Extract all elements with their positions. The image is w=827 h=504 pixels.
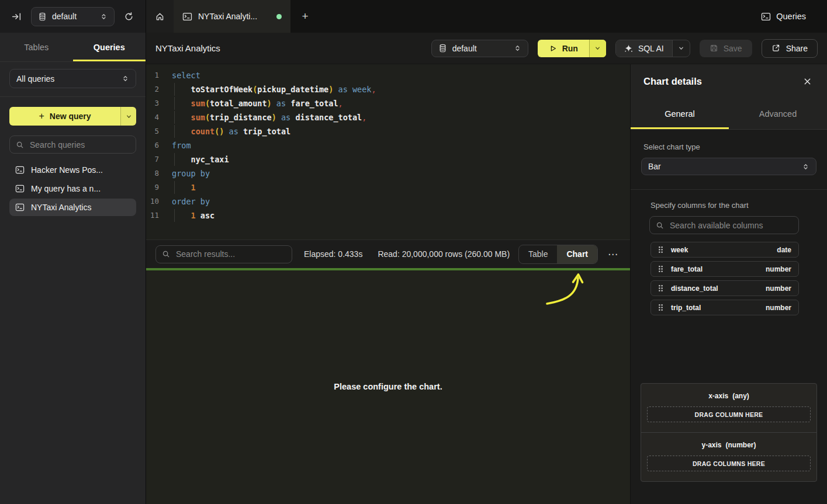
new-query-section: + New query <box>0 97 146 126</box>
results-search[interactable] <box>155 245 292 263</box>
column-row-fare_total[interactable]: fare_totalnumber <box>650 261 799 277</box>
line-number: 8 <box>146 166 168 180</box>
refresh-icon <box>124 12 134 22</box>
axes-config-box: x-axis(any) DRAG COLUMN HERE y-axis(numb… <box>641 383 817 482</box>
column-row-distance_total[interactable]: distance_totalnumber <box>650 280 799 296</box>
code-text: 1 asc <box>168 208 214 223</box>
x-axis-dropzone[interactable]: DRAG COLUMN HERE <box>647 406 811 422</box>
column-type: date <box>777 246 791 254</box>
query-list-item[interactable]: Hacker News Pos... <box>9 161 136 179</box>
new-tab-button[interactable]: + <box>290 0 320 33</box>
run-button[interactable]: Run <box>538 40 606 57</box>
chart-panel-body: Select chart type Bar Specify columns fo… <box>631 130 827 504</box>
home-button[interactable] <box>146 0 174 33</box>
sql-editor[interactable]: 1select2 toStartOfWeek(pickup_datetime) … <box>146 64 630 239</box>
line-number: 4 <box>146 110 168 124</box>
query-filter-value: All queries <box>16 74 54 84</box>
code-text: sum(trip_distance) as distance_total, <box>168 110 366 124</box>
query-search[interactable] <box>9 135 136 154</box>
columns-section-label: Specify columns for the chart <box>631 201 827 210</box>
columns-search[interactable] <box>649 216 799 234</box>
code-line[interactable]: 6from <box>146 138 630 152</box>
top-bar: default NYTax <box>0 0 827 33</box>
view-toggle-chart[interactable]: Chart <box>557 245 597 263</box>
code-text: sum(total_amount) as fare_total, <box>168 96 343 110</box>
query-search-input[interactable] <box>29 140 130 150</box>
y-axis-dropzone[interactable]: DRAG COLUMNS HERE <box>647 456 811 471</box>
chevron-down-icon <box>126 113 132 120</box>
queries-nav-button[interactable]: Queries <box>757 11 809 22</box>
search-icon <box>16 141 24 149</box>
columns-search-input[interactable] <box>669 220 793 231</box>
code-line[interactable]: 4 sum(trip_distance) as distance_total, <box>146 110 630 124</box>
tab-general[interactable]: General <box>631 98 729 129</box>
column-type: number <box>766 304 791 312</box>
code-line[interactable]: 9 1 <box>146 180 630 194</box>
query-item-label: My query has a n... <box>31 184 101 193</box>
query-filter-select[interactable]: All queries <box>9 69 136 88</box>
line-number: 2 <box>146 82 168 96</box>
share-label: Share <box>786 44 808 53</box>
new-query-dropdown[interactable] <box>120 107 136 126</box>
x-axis-constraint: (any) <box>732 392 749 400</box>
chart-panel-close-button[interactable] <box>801 75 814 88</box>
code-line[interactable]: 8group by <box>146 166 630 180</box>
new-query-main: + New query <box>9 107 120 126</box>
code-line[interactable]: 2 toStartOfWeek(pickup_datetime) as week… <box>146 82 630 96</box>
console-icon <box>182 12 192 22</box>
save-button[interactable]: Save <box>700 40 752 57</box>
chevron-updown-icon <box>100 13 108 20</box>
y-axis-section: y-axis(number) DRAG COLUMNS HERE <box>641 432 816 481</box>
tab-strip: NYTaxi Analyti... + Queries <box>146 0 827 33</box>
toolbar-database-selector[interactable]: default <box>431 40 528 57</box>
sql-ai-button[interactable]: SQL AI <box>615 40 690 57</box>
chart-type-select[interactable]: Bar <box>641 158 816 175</box>
code-line[interactable]: 7 nyc_taxi <box>146 152 630 166</box>
y-axis-label: y-axis <box>701 441 721 449</box>
sql-console-app: default NYTax <box>0 0 827 504</box>
run-options-dropdown[interactable] <box>589 40 606 57</box>
column-name: fare_total <box>671 265 703 273</box>
database-selector[interactable]: default <box>31 7 115 26</box>
sql-ai-label: SQL AI <box>638 44 664 53</box>
column-row-trip_total[interactable]: trip_totalnumber <box>650 300 799 315</box>
code-line[interactable]: 3 sum(total_amount) as fare_total, <box>146 96 630 110</box>
column-type: number <box>766 284 791 293</box>
line-number: 3 <box>146 96 168 110</box>
code-text: 1 <box>168 180 196 194</box>
collapse-sidebar-button[interactable] <box>9 9 24 24</box>
x-axis-label: x-axis <box>708 392 728 400</box>
sidebar-tabs: Tables Queries <box>0 33 146 62</box>
x-axis-section: x-axis(any) DRAG COLUMN HERE <box>641 384 816 432</box>
code-text: count() as trip_total <box>168 124 290 138</box>
sidebar-tab-tables[interactable]: Tables <box>0 33 73 61</box>
sql-ai-dropdown[interactable] <box>672 40 690 57</box>
line-number: 10 <box>146 194 168 208</box>
console-icon <box>15 184 25 193</box>
new-query-button[interactable]: + New query <box>9 107 136 126</box>
sidebar-tab-queries[interactable]: Queries <box>73 33 146 61</box>
database-icon <box>438 44 447 53</box>
view-toggle-table[interactable]: Table <box>519 245 557 263</box>
refresh-button[interactable] <box>122 9 136 24</box>
results-search-input[interactable] <box>175 249 286 259</box>
code-line[interactable]: 5 count() as trip_total <box>146 124 630 138</box>
code-text: group by <box>168 166 210 180</box>
query-list-item[interactable]: My query has a n... <box>9 180 136 197</box>
code-line[interactable]: 1select <box>146 68 630 82</box>
chart-canvas-area: Please configure the chart. <box>146 270 630 504</box>
column-name: trip_total <box>671 304 701 312</box>
unsaved-changes-dot <box>276 14 282 19</box>
tab-advanced[interactable]: Advanced <box>729 98 827 129</box>
query-list-item[interactable]: NYTaxi Analytics <box>9 199 136 216</box>
results-more-button[interactable]: ⋯ <box>605 247 621 262</box>
share-button[interactable]: Share <box>762 39 818 58</box>
code-line[interactable]: 10order by <box>146 194 630 208</box>
results-bar: Elapsed: 0.433s Read: 20,000,000 rows (2… <box>146 239 630 268</box>
column-row-week[interactable]: weekdate <box>650 242 799 258</box>
tab-nytaxi-analytics[interactable]: NYTaxi Analyti... <box>174 0 290 33</box>
console-icon <box>15 203 25 212</box>
chart-type-value: Bar <box>648 162 661 171</box>
code-line[interactable]: 11 1 asc <box>146 208 630 223</box>
queries-nav-label: Queries <box>776 12 806 21</box>
